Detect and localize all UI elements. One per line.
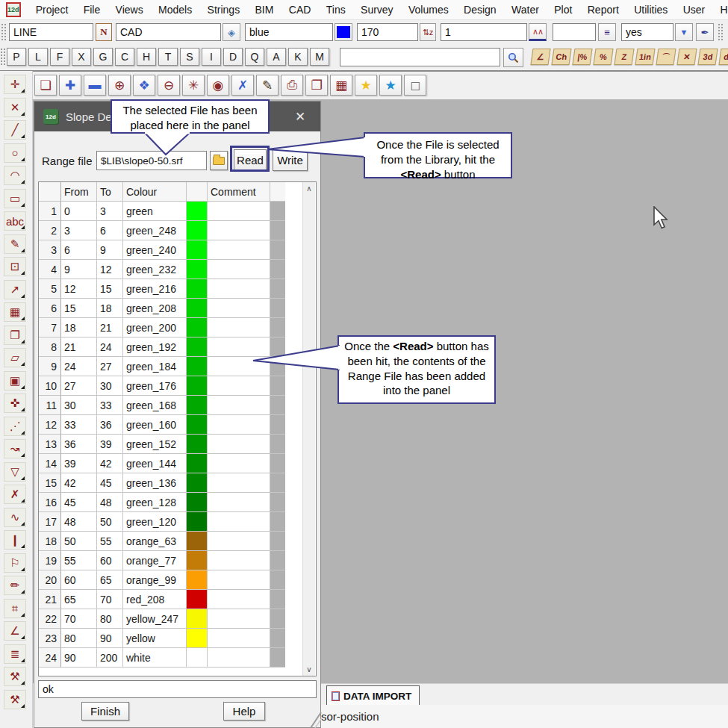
colour-name-cell[interactable]: orange_99 [123,570,187,590]
comment-cell[interactable] [208,240,270,260]
comment-cell[interactable] [208,473,270,493]
colour-name-cell[interactable]: green_152 [123,435,187,454]
comment-cell[interactable] [208,396,270,415]
from-cell[interactable]: 27 [61,376,97,396]
snap-point-icon[interactable]: ✛ [4,75,26,94]
eyedropper-icon[interactable]: ✒ [696,23,714,41]
row-number-cell[interactable]: 2 [39,221,61,240]
intersection-icon[interactable]: ✕ [4,98,26,117]
bearing-icon[interactable]: ∠ [530,49,550,65]
row-number-cell[interactable]: 22 [39,609,61,629]
comment-cell[interactable] [208,570,270,590]
interval-icon[interactable]: ❙ [4,530,26,550]
colour-swatch-cell[interactable] [187,240,208,260]
colour-swatch-cell[interactable] [187,396,208,415]
colour-name-cell[interactable]: green_144 [123,454,187,473]
snap-toggle-button[interactable]: C [115,48,134,66]
comment-cell[interactable] [208,512,270,532]
colour-swatch-cell[interactable] [187,279,208,299]
colour-swatch-cell[interactable] [187,551,208,570]
from-cell[interactable]: 0 [61,202,97,221]
function-name-input[interactable] [9,23,93,41]
menu-item[interactable]: Survey [353,1,401,19]
to-cell[interactable]: 3 [97,202,123,221]
colour-name-cell[interactable]: yellow_247 [123,609,187,629]
arc-icon[interactable]: ◠ [4,166,26,185]
arc-icon[interactable]: ⌒ [656,49,676,65]
close-icon[interactable]: ✕ [290,108,310,125]
grade-1in-icon[interactable]: 1in [635,49,655,65]
to-cell[interactable]: 39 [97,435,123,454]
shield-icon[interactable]: ▽ [4,462,26,482]
menu-item[interactable]: Tins [319,1,353,19]
toolbar-drag-handle[interactable] [718,24,723,40]
colour-swatch-cell[interactable] [187,299,208,318]
colour-swatch-cell[interactable] [187,202,208,221]
comment-cell[interactable] [208,551,270,570]
grid-icon[interactable]: ▦ [4,302,26,322]
menu-item[interactable]: Report [580,1,626,19]
weight-input[interactable] [357,23,418,41]
comment-cell[interactable] [208,454,270,473]
from-cell[interactable]: 21 [61,337,97,357]
dotted-line-icon[interactable]: ⋰ [4,417,26,436]
menu-item[interactable]: Utilities [626,1,676,19]
comment-cell[interactable] [208,532,270,551]
menu-item[interactable]: Models [151,1,200,19]
from-cell[interactable]: 80 [61,629,97,648]
to-cell[interactable]: 200 [97,648,123,668]
minus-view-icon[interactable]: ▬ [84,75,106,96]
colour-swatch-cell[interactable] [187,493,208,512]
railway-icon[interactable]: ≣ [4,644,26,664]
from-cell[interactable]: 50 [61,532,97,551]
to-cell[interactable]: 30 [97,376,123,396]
colour-name-cell[interactable]: green_176 [123,376,187,396]
to-cell[interactable]: 65 [97,570,123,590]
snap-toggle-button[interactable]: I [202,48,221,66]
browse-folder-button[interactable] [210,151,228,170]
colour-swatch-cell[interactable] [187,629,208,648]
comment-cell[interactable] [208,202,270,221]
copy-view-icon[interactable]: ❐ [4,326,26,345]
pan-icon[interactable]: ❖ [133,75,155,96]
search-input[interactable] [340,48,500,66]
snap-toggle-button[interactable]: K [288,48,308,66]
colour-swatch-cell[interactable] [187,357,208,376]
to-cell[interactable]: 9 [97,240,123,260]
snap-toggle-button[interactable]: M [310,48,329,66]
colour-swatch-cell[interactable] [187,473,208,493]
from-cell[interactable]: 36 [61,435,97,454]
row-number-cell[interactable]: 6 [39,299,61,318]
row-number-cell[interactable]: 13 [39,435,61,454]
colour-swatch-cell[interactable] [187,435,208,454]
snap-toggle-button[interactable]: F [50,48,69,66]
to-cell[interactable]: 55 [97,532,123,551]
to-cell[interactable]: 6 [97,221,123,240]
toolbar-drag-handle[interactable] [1,49,5,65]
tin-input[interactable] [441,23,527,41]
from-cell[interactable]: 39 [61,454,97,473]
favourite-blue-icon[interactable]: ★ [379,75,402,96]
colour-swatch-button[interactable] [335,23,352,41]
row-number-cell[interactable]: 21 [39,590,61,609]
colour-name-cell[interactable]: green_120 [123,512,187,532]
cascade-windows-icon[interactable]: ❏ [34,75,57,96]
string-colour-icon[interactable]: ↝ [4,439,26,458]
colour-input[interactable] [245,23,333,41]
to-cell[interactable]: 24 [97,337,123,357]
row-number-cell[interactable]: 15 [39,473,61,493]
snap-toggle-button[interactable]: S [180,48,199,66]
to-cell[interactable]: 33 [97,396,123,415]
from-cell[interactable]: 55 [61,551,97,570]
row-number-cell[interactable]: 1 [39,202,61,221]
from-cell[interactable]: 12 [61,279,97,299]
snap-toggle-button[interactable]: P [7,48,26,66]
panel-grid-icon[interactable]: ▦ [330,75,352,96]
model-input[interactable] [116,23,221,41]
redraw-icon[interactable]: ◉ [207,75,229,96]
mining-icon[interactable]: ⚒ [4,667,26,686]
scroll-down-icon[interactable]: ∨ [303,663,315,676]
row-number-cell[interactable]: 7 [39,318,61,337]
colour-swatch-cell[interactable] [187,415,208,435]
row-number-cell[interactable]: 18 [39,532,61,551]
